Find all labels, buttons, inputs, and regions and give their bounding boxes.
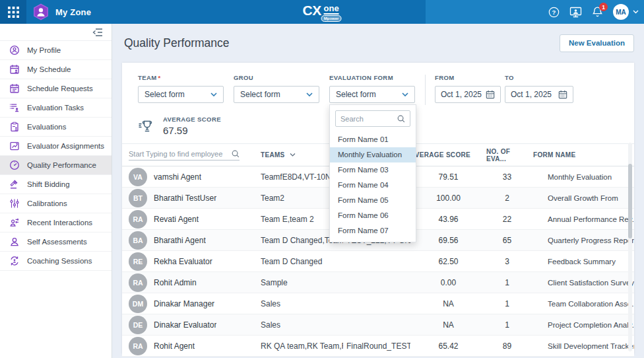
table-row[interactable]: RERekha EvaluatorTeam D Changed62.503Fee… bbox=[122, 251, 634, 272]
form-name-cell: Client Satisfaction Survey bbox=[528, 279, 634, 287]
to-date-input[interactable]: Oct 1, 2025 bbox=[505, 86, 573, 103]
cxone-logo: CX one Mpower bbox=[303, 3, 342, 22]
from-date-filter: FROM Oct 1, 2025 bbox=[435, 74, 501, 105]
column-header-average-score[interactable]: AVERAGE SCORE bbox=[410, 151, 486, 159]
evaluations-count-cell: 3 bbox=[486, 257, 528, 266]
help-icon[interactable]: ? bbox=[548, 7, 560, 18]
evaluation-form-select[interactable]: Select form bbox=[329, 86, 415, 103]
dropdown-option[interactable]: Form Name 07 bbox=[330, 223, 416, 238]
average-score-cell: 62.50 bbox=[410, 257, 486, 266]
chevron-down-icon[interactable] bbox=[633, 10, 639, 14]
sidebar-item-self-assessments[interactable]: Self Assessments bbox=[0, 233, 112, 252]
evaluations-count-cell: 33 bbox=[486, 172, 528, 182]
calendar-icon bbox=[486, 90, 495, 99]
evaluation-tasks-icon bbox=[9, 102, 20, 113]
chevron-down-icon bbox=[290, 153, 296, 157]
average-score-cell: 100.00 bbox=[410, 194, 486, 203]
monitor-icon[interactable] bbox=[569, 7, 582, 18]
dropdown-search-input[interactable] bbox=[340, 115, 397, 123]
team-select-value: Select form bbox=[145, 90, 185, 99]
form-name-cell: Project Completion Analy... bbox=[528, 321, 634, 329]
employee-name: Dinakar Evaluator bbox=[154, 320, 216, 330]
sidebar-item-evaluation-tasks[interactable]: Evaluation Tasks bbox=[0, 98, 112, 118]
topbar-actions: ? 1 MA bbox=[548, 0, 639, 24]
table-row[interactable]: DMDinakar ManagerSalesNA1Team Collaborat… bbox=[122, 293, 634, 314]
average-score-cell: 69.56 bbox=[410, 236, 486, 245]
group-select-value: Select form bbox=[240, 90, 280, 99]
average-score-value: 67.59 bbox=[163, 125, 221, 136]
sidebar-item-label: Calibrations bbox=[27, 199, 67, 207]
employee-cell: BABharathi Agent bbox=[122, 231, 261, 250]
table-row[interactable]: DEDinakar EvaluatorSalesNA1Project Compl… bbox=[122, 314, 634, 336]
sidebar-item-label: Evaluations bbox=[27, 123, 66, 131]
form-name-cell: Overall Growth From bbox=[528, 194, 634, 202]
schedule-requests-icon bbox=[9, 83, 20, 94]
from-date-value: Oct 1, 2025 bbox=[441, 90, 482, 99]
apps-grid-icon bbox=[8, 7, 19, 18]
employee-cell: BTBharathi TestUser bbox=[122, 189, 261, 207]
sidebar-item-recent-interactions[interactable]: Recent Interactions bbox=[0, 213, 112, 233]
team-select[interactable]: Select form bbox=[138, 86, 224, 103]
sidebar-item-my-profile[interactable]: My Profile bbox=[0, 41, 112, 60]
employee-name: Dinakar Manager bbox=[154, 299, 214, 308]
employee-name: Revati Agent bbox=[154, 215, 199, 224]
employee-search-input[interactable] bbox=[129, 150, 232, 158]
from-date-input[interactable]: Oct 1, 2025 bbox=[435, 86, 501, 103]
avatar: RE bbox=[129, 252, 147, 271]
filter-bar: TEAM* Select form GROU Select form EVALU… bbox=[122, 63, 634, 105]
sidebar-item-evaluator-assignments[interactable]: Evaluator Assignments bbox=[0, 137, 112, 156]
scrollbar-thumb[interactable] bbox=[628, 164, 632, 238]
employee-name: Rohit Agent bbox=[154, 341, 195, 351]
my-schedule-icon bbox=[9, 64, 20, 75]
sidebar-item-quality-performance[interactable]: Quality Performance bbox=[0, 156, 112, 175]
sidebar-item-label: Coaching Sessions bbox=[27, 257, 92, 265]
column-header-evaluations[interactable]: NO. OF EVA... bbox=[486, 148, 528, 162]
sidebar-item-coaching-sessions[interactable]: Coaching Sessions bbox=[0, 252, 112, 271]
evaluations-count-cell: 22 bbox=[486, 215, 528, 224]
team-filter: TEAM* Select form bbox=[138, 74, 224, 105]
employee-name: vamshi Agent bbox=[154, 172, 201, 182]
evaluations-count-cell: 65 bbox=[486, 236, 528, 245]
employee-cell: RERekha Evaluator bbox=[122, 252, 261, 271]
group-select[interactable]: Select form bbox=[234, 86, 319, 103]
avatar: RA bbox=[129, 337, 147, 355]
dropdown-option[interactable]: Monthly Evaluation bbox=[330, 147, 416, 162]
dropdown-option[interactable]: Form Name 06 bbox=[330, 208, 416, 223]
logo-one-text: one bbox=[324, 4, 339, 15]
average-score-cell: 65.42 bbox=[410, 341, 486, 351]
average-score-cell: 43.96 bbox=[410, 215, 486, 224]
trophy-icon bbox=[138, 118, 155, 134]
sidebar-item-my-schedule[interactable]: My Schedule bbox=[0, 60, 112, 79]
sidebar-item-calibrations[interactable]: Calibrations bbox=[0, 194, 112, 213]
employee-search bbox=[129, 150, 240, 161]
teams-cell: Sales bbox=[261, 320, 343, 330]
user-avatar[interactable]: MA bbox=[613, 4, 629, 20]
employee-cell: RARohit Admin bbox=[122, 273, 261, 292]
form-name-cell: Monthly Evaluation bbox=[528, 173, 634, 181]
to-date-value: Oct 1, 2025 bbox=[511, 90, 552, 99]
dropdown-option[interactable]: Form Name 01 bbox=[330, 132, 416, 147]
dropdown-option[interactable]: Form Name 04 bbox=[330, 178, 416, 193]
evaluation-form-select-value: Select form bbox=[336, 90, 376, 99]
sidebar-item-schedule-requests[interactable]: Schedule Requests bbox=[0, 79, 112, 98]
app-launcher-button[interactable] bbox=[0, 0, 26, 24]
dropdown-option[interactable]: Form Name 03 bbox=[330, 162, 416, 178]
column-header-form-name[interactable]: FORM NAME bbox=[528, 151, 634, 159]
notifications-icon[interactable]: 1 bbox=[592, 6, 603, 18]
dropdown-option[interactable]: Form Name 05 bbox=[330, 193, 416, 208]
sidebar-item-shift-bidding[interactable]: Shift Bidding bbox=[0, 175, 112, 194]
collapse-sidebar-icon[interactable] bbox=[92, 28, 103, 37]
table-row[interactable]: RARohit AgentRK QA team,RK Team,Rohi...F… bbox=[122, 336, 634, 357]
avatar: BA bbox=[129, 231, 147, 250]
myzone-app-button[interactable]: My Zone bbox=[32, 3, 91, 20]
group-filter-label: GROU bbox=[234, 74, 319, 81]
teams-cell: Team D Changed bbox=[261, 257, 343, 266]
topbar: My Zone CX one Mpower ? 1 MA bbox=[0, 0, 644, 24]
quality-performance-page: My Zone CX one Mpower ? 1 MA bbox=[0, 0, 644, 358]
myzone-hexagon-icon bbox=[32, 3, 49, 20]
evaluator-assignments-icon bbox=[9, 141, 20, 151]
evaluations-count-cell: 1 bbox=[486, 320, 528, 330]
sidebar-item-evaluations[interactable]: Evaluations bbox=[0, 118, 112, 137]
new-evaluation-button[interactable]: New Evaluation bbox=[560, 34, 634, 52]
table-row[interactable]: RARohit AdminSample0.001Client Satisfact… bbox=[122, 272, 634, 293]
